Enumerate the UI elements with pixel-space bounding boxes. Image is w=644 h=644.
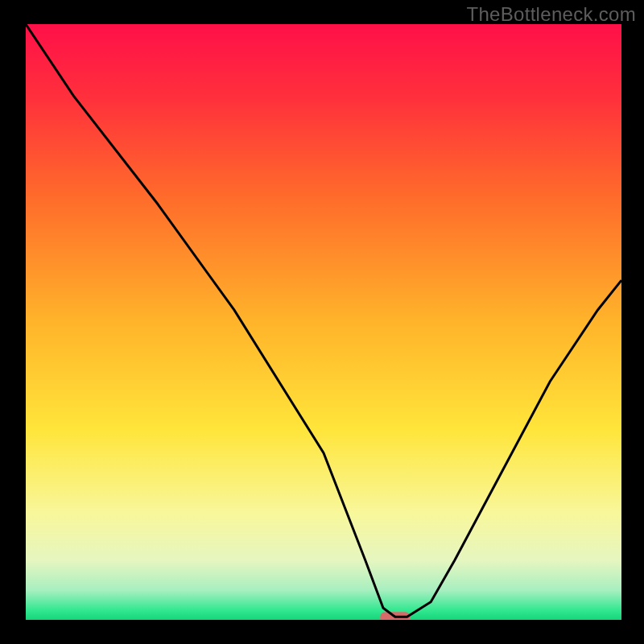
watermark-text: TheBottleneck.com: [466, 3, 636, 26]
chart-frame: TheBottleneck.com: [0, 0, 644, 644]
gradient-background: [26, 24, 621, 620]
chart-plot-area: [26, 24, 621, 620]
chart-svg: [26, 24, 621, 620]
